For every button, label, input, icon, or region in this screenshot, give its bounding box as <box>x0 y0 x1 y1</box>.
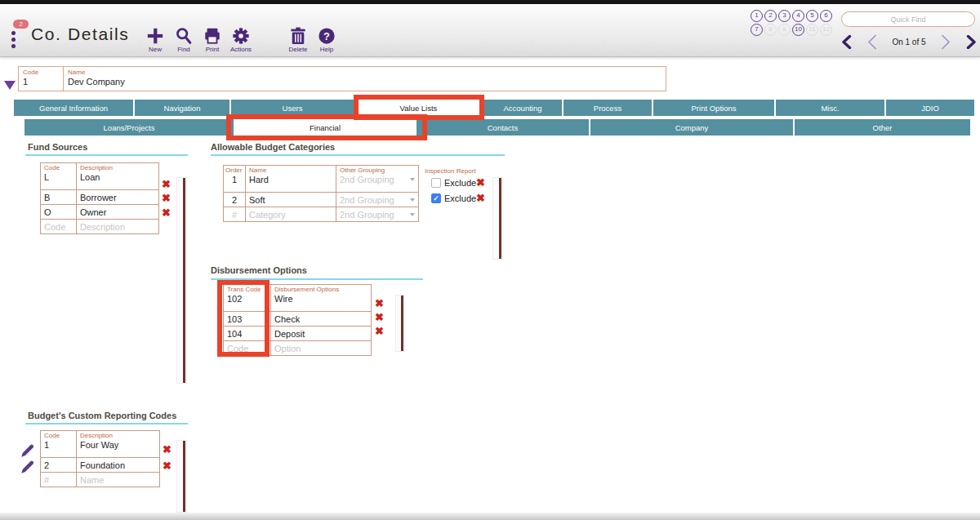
table-row[interactable]: Order 1 Name Hard Other Grouping 2nd Gro… <box>224 166 418 192</box>
subtab-other[interactable]: Other <box>795 119 970 136</box>
record-navigation: On 1 of 5 <box>841 33 977 50</box>
actions-button[interactable]: Actions <box>229 26 253 53</box>
tab-jdio[interactable]: JDIO <box>886 100 974 116</box>
grouping-select[interactable]: 2nd Grouping <box>340 193 415 207</box>
page-circle-1[interactable]: 1 <box>751 10 763 22</box>
grouping-select[interactable]: 2nd Grouping <box>340 174 415 185</box>
page-circle-9[interactable]: 9 <box>778 24 791 36</box>
printer-icon <box>203 26 221 45</box>
page-circle-8[interactable]: 8 <box>764 24 777 36</box>
delete-button[interactable]: Delete <box>286 26 310 53</box>
delete-row-icon[interactable] <box>162 193 173 204</box>
table-row[interactable]: O Owner <box>41 204 158 219</box>
subtab-financial[interactable]: Financial <box>235 119 416 136</box>
page-number-circles: 1 2 3 4 5 6 7 8 9 10 11 12 <box>751 10 835 38</box>
reporting-codes-table: Code 1 Description Four Way 2 Foundation… <box>40 430 160 487</box>
page-circle-3[interactable]: 3 <box>778 10 791 22</box>
code-value: 1 <box>23 76 59 87</box>
page-title: Co. Details <box>31 24 129 44</box>
next-record-button[interactable] <box>940 34 951 50</box>
grouping-select[interactable]: 2nd Grouping <box>340 208 415 221</box>
tab-process[interactable]: Process <box>564 100 653 116</box>
trash-icon <box>290 26 306 45</box>
page-circle-6[interactable]: 6 <box>820 10 832 22</box>
exclude-checkbox[interactable] <box>431 193 441 203</box>
code-label: Code <box>23 69 59 76</box>
delete-row-icon[interactable] <box>163 444 174 456</box>
tab-misc[interactable]: Misc. <box>776 100 886 116</box>
tab-general-information[interactable]: General Information <box>14 100 135 116</box>
page-circle-7[interactable]: 7 <box>751 24 763 36</box>
subtab-loans-projects[interactable]: Loans/Projects <box>24 119 235 136</box>
fund-sources-scrollbar[interactable] <box>176 177 187 384</box>
delete-row-icon[interactable] <box>375 298 386 309</box>
tab-print-options[interactable]: Print Options <box>653 100 776 116</box>
disbursement-options-underline <box>211 278 423 280</box>
delete-row-icon[interactable] <box>375 312 386 323</box>
table-row-new-entry[interactable]: # Category 2nd Grouping <box>224 207 418 221</box>
tab-accounting[interactable]: Accounting <box>483 100 564 116</box>
table-row[interactable]: 2 Soft 2nd Grouping <box>224 192 418 207</box>
edit-pencil-icon[interactable] <box>20 443 35 458</box>
help-button[interactable]: ? Help <box>314 26 339 53</box>
subtab-company[interactable]: Company <box>590 119 795 136</box>
print-button[interactable]: Print <box>200 26 225 53</box>
table-row[interactable]: Code L Description Loan <box>41 163 158 189</box>
previous-record-button[interactable] <box>866 34 878 50</box>
reporting-codes-title: Budget's Custom Reporting Codes <box>28 411 176 420</box>
svg-text:?: ? <box>323 30 330 42</box>
fund-sources-underline <box>25 154 188 156</box>
subtab-contacts[interactable]: Contacts <box>416 119 590 136</box>
page-circle-10[interactable]: 10 <box>792 24 804 36</box>
table-row[interactable]: Code 1 Description Four Way <box>41 431 159 457</box>
table-row-new-entry[interactable]: # Name <box>41 472 159 487</box>
table-row[interactable]: B Borrower <box>41 189 158 204</box>
delete-row-icon[interactable] <box>375 326 386 337</box>
page-circle-5[interactable]: 5 <box>806 10 818 22</box>
delete-row-icon[interactable] <box>476 177 488 189</box>
table-row[interactable]: 104 Deposit <box>224 326 371 340</box>
tab-users[interactable]: Users <box>231 100 355 116</box>
budget-categories-title: Allowable Budget Categories <box>211 142 335 152</box>
record-header: Code 1 Name Dev Company <box>18 66 666 91</box>
tab-navigation[interactable]: Navigation <box>135 100 231 116</box>
table-row[interactable]: 2 Foundation <box>41 457 159 472</box>
record-code-field[interactable]: Code 1 <box>19 67 63 91</box>
question-icon: ? <box>318 26 336 45</box>
tab-value-lists[interactable]: Value Lists <box>355 100 483 116</box>
record-name-field[interactable]: Name Dev Company <box>63 67 666 91</box>
exclude-checkbox-row: Exclude <box>431 193 476 203</box>
delete-row-icon[interactable] <box>162 179 173 190</box>
page-circle-2[interactable]: 2 <box>764 10 777 22</box>
last-record-button[interactable] <box>966 35 977 49</box>
delete-row-icon[interactable] <box>476 193 488 204</box>
table-row-new-entry[interactable]: Code Description <box>41 219 158 233</box>
disbursement-options-scrollbar[interactable] <box>395 295 405 352</box>
fund-sources-title: Fund Sources <box>28 142 87 152</box>
fund-sources-table: Code L Description Loan B Borrower O Own… <box>40 162 159 234</box>
chevron-down-icon <box>410 213 415 216</box>
delete-row-icon[interactable] <box>162 207 173 219</box>
record-expander-triangle[interactable] <box>4 81 16 90</box>
budget-categories-scrollbar[interactable] <box>492 177 503 260</box>
notification-badge: 2 <box>13 20 29 29</box>
table-row-new-entry[interactable]: Code Option <box>224 340 371 355</box>
exclude-checkbox[interactable] <box>431 178 441 188</box>
kebab-menu-icon[interactable] <box>11 31 18 51</box>
budget-categories-table: Order 1 Name Hard Other Grouping 2nd Gro… <box>223 165 419 222</box>
delete-row-icon[interactable] <box>163 460 174 472</box>
window-bottom-edge <box>0 513 980 520</box>
gear-icon <box>232 26 250 45</box>
find-button[interactable]: Find <box>172 26 196 53</box>
page-circle-12[interactable]: 12 <box>820 24 832 36</box>
edit-pencil-icon[interactable] <box>20 460 35 474</box>
table-row[interactable]: Trans Code 102 Disbursement Options Wire <box>224 285 371 311</box>
first-record-button[interactable] <box>841 35 852 49</box>
new-button[interactable]: New <box>143 26 167 53</box>
plus-icon <box>146 26 164 45</box>
page-circle-4[interactable]: 4 <box>792 10 804 22</box>
quick-find-input[interactable] <box>841 11 975 27</box>
table-row[interactable]: 103 Check <box>224 311 371 326</box>
reporting-codes-scrollbar[interactable] <box>176 440 187 513</box>
page-circle-11[interactable]: 11 <box>806 24 818 36</box>
